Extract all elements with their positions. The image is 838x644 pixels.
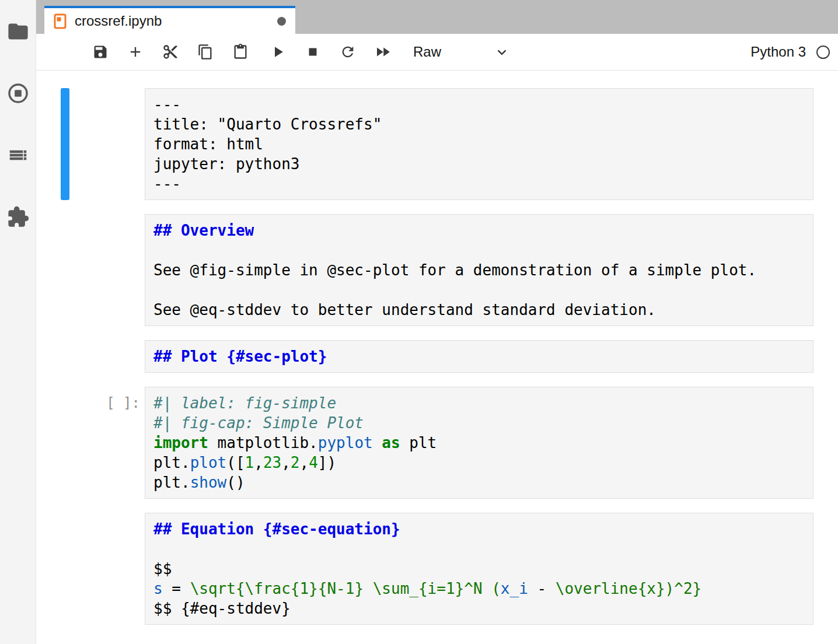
kernel-name[interactable]: Python 3: [750, 44, 806, 60]
add-cell-button[interactable]: [118, 39, 153, 65]
cell-prompt: [69, 88, 145, 200]
folder-icon: [7, 20, 29, 43]
puzzle-icon: [7, 206, 29, 228]
cell-gutter: [ ]:: [36, 387, 145, 499]
cell-editor[interactable]: #| label: fig-simple#| fig-cap: Simple P…: [145, 387, 813, 499]
execution-prompt: [ ]:: [69, 387, 145, 499]
clipboard-icon: [232, 44, 249, 60]
code-cell-plot: [ ]: #| label: fig-simple#| fig-cap: Sim…: [36, 387, 838, 499]
tab-crossref-ipynb[interactable]: crossref.ipynb: [44, 6, 295, 34]
restart-run-all-button[interactable]: [365, 39, 400, 65]
cell-collapser[interactable]: [61, 214, 69, 326]
cell-gutter: [36, 214, 145, 326]
cell-type-dropdown[interactable]: Raw: [413, 39, 509, 65]
cell-collapser[interactable]: [61, 340, 69, 373]
cell-gutter: [36, 513, 145, 625]
running-kernels-icon[interactable]: [5, 80, 31, 106]
markdown-cell-plot-heading: ## Plot {#sec-plot}: [36, 340, 838, 373]
markdown-cell-overview: ## Overview See @fig-simple in @sec-plot…: [36, 214, 838, 326]
cell-editor[interactable]: ---title: "Quarto Crossrefs"format: html…: [145, 88, 813, 200]
fast-forward-icon: [374, 43, 392, 61]
play-icon: [269, 43, 287, 61]
extension-manager-icon[interactable]: [5, 204, 31, 230]
restart-kernel-button[interactable]: [330, 39, 365, 65]
unsaved-changes-indicator[interactable]: [277, 17, 286, 26]
markdown-cell-equation: ## Equation {#sec-equation} $$s = \sqrt{…: [36, 513, 838, 625]
plus-icon: [127, 44, 144, 60]
kernel-status-icon: [816, 46, 830, 59]
cell-editor[interactable]: ## Plot {#sec-plot}: [145, 340, 813, 373]
tab-title: crossref.ipynb: [75, 13, 162, 29]
cell-prompt: [69, 340, 145, 373]
cell-gutter: [36, 340, 145, 373]
tab-bar: crossref.ipynb: [36, 0, 838, 34]
copy-cell-button[interactable]: [188, 39, 223, 65]
cell-collapser[interactable]: [61, 513, 69, 625]
raw-cell-frontmatter: ---title: "Quarto Crossrefs"format: html…: [36, 88, 838, 200]
file-browser-icon[interactable]: [5, 19, 31, 44]
cell-prompt: [69, 214, 145, 326]
scissors-icon: [162, 44, 179, 60]
activity-bar: [0, 0, 36, 644]
notebook-toolbar: Raw Python 3: [36, 34, 838, 71]
notebook-panel: ---title: "Quarto Crossrefs"format: html…: [36, 71, 838, 644]
run-cell-button[interactable]: [260, 39, 295, 65]
interrupt-kernel-button[interactable]: [295, 39, 330, 65]
toolbar-right: Python 3: [750, 44, 830, 60]
restart-icon: [340, 44, 356, 60]
cut-cell-button[interactable]: [153, 39, 188, 65]
cell-editor[interactable]: ## Overview See @fig-simple in @sec-plot…: [145, 214, 813, 326]
cell-gutter: [36, 88, 145, 200]
stop-circle-icon: [7, 82, 29, 104]
notebook-icon: [54, 13, 67, 29]
paste-cell-button[interactable]: [223, 39, 258, 65]
cell-prompt: [69, 513, 145, 625]
cell-collapser[interactable]: [61, 387, 69, 499]
chevron-down-icon: [494, 44, 509, 60]
cell-type-value: Raw: [413, 44, 441, 60]
list-icon: [8, 145, 29, 166]
copy-icon: [197, 44, 214, 60]
jupyterlab-window: crossref.ipynb: [0, 0, 838, 644]
save-button[interactable]: [83, 39, 118, 65]
stop-icon: [305, 44, 320, 60]
cell-collapser[interactable]: [61, 88, 69, 200]
main-area: crossref.ipynb: [36, 0, 838, 644]
cell-editor[interactable]: ## Equation {#sec-equation} $$s = \sqrt{…: [145, 513, 813, 625]
save-icon: [92, 44, 109, 60]
table-of-contents-icon[interactable]: [5, 142, 31, 168]
